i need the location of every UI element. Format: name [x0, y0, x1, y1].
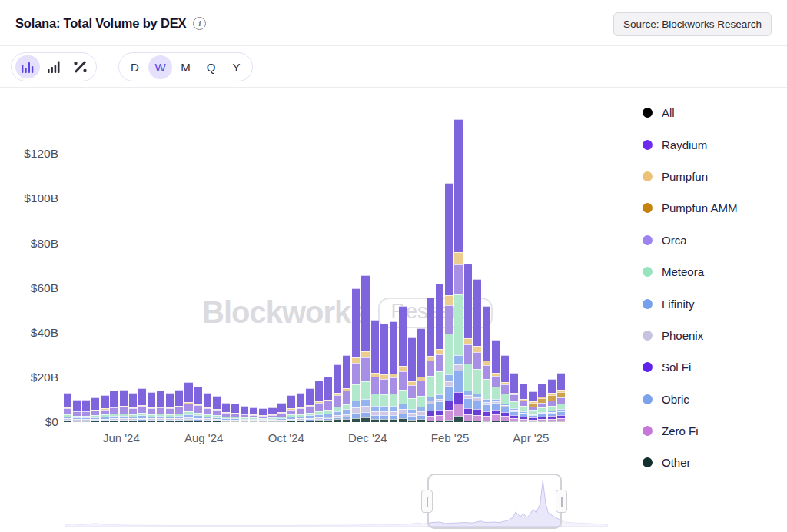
segment-orca — [213, 410, 221, 415]
bar-week-35[interactable] — [380, 324, 388, 422]
segment-obric — [445, 386, 453, 401]
legend-item-obric[interactable]: Obric — [643, 384, 785, 415]
bar-week-10[interactable] — [148, 392, 155, 422]
navigator-right-handle[interactable] — [556, 490, 567, 513]
bar-week-24[interactable] — [277, 403, 285, 422]
segment-other — [445, 420, 453, 422]
legend-item-sol-fi[interactable]: Sol Fi — [643, 351, 785, 383]
column-chart-button[interactable] — [15, 55, 40, 78]
bar-week-8[interactable] — [129, 393, 137, 422]
period-y-button[interactable]: Y — [224, 55, 248, 79]
bar-week-52[interactable] — [538, 384, 546, 422]
bar-week-51[interactable] — [529, 391, 536, 422]
period-m-button[interactable]: M — [174, 55, 198, 79]
legend-label: All — [662, 106, 675, 119]
bar-week-45[interactable] — [473, 279, 481, 422]
legend-item-pumpfun-amm[interactable]: Pumpfun AMM — [643, 192, 785, 224]
segment-lifinity — [390, 406, 397, 411]
segment-lifinity — [454, 355, 462, 364]
bar-week-9[interactable] — [138, 388, 146, 422]
bar-week-6[interactable] — [110, 391, 118, 422]
bar-week-1[interactable] — [64, 393, 71, 422]
legend-divider — [629, 88, 629, 532]
segment-other — [101, 421, 108, 422]
bar-week-4[interactable] — [91, 397, 99, 422]
bar-week-26[interactable] — [297, 393, 304, 422]
bar-week-54[interactable] — [557, 373, 565, 422]
legend-item-other[interactable]: Other — [643, 447, 785, 478]
bar-week-5[interactable] — [101, 395, 108, 422]
bar-week-20[interactable] — [241, 406, 248, 422]
navigator-left-handle[interactable] — [421, 490, 433, 513]
bar-week-22[interactable] — [259, 408, 267, 422]
bar-week-41[interactable] — [436, 284, 443, 422]
legend-item-zero-fi[interactable]: Zero Fi — [643, 415, 785, 447]
bar-week-13[interactable] — [175, 390, 183, 422]
bar-week-16[interactable] — [204, 393, 211, 422]
ascending-columns-chart-button[interactable] — [42, 55, 66, 78]
bar-week-19[interactable] — [231, 404, 239, 422]
segment-orca — [166, 408, 174, 414]
segment-obric — [492, 403, 500, 410]
segment-lifinity — [361, 399, 369, 407]
bar-week-36[interactable] — [390, 321, 397, 422]
bar-week-27[interactable] — [306, 388, 314, 422]
segment-orca — [334, 395, 341, 407]
bar-week-53[interactable] — [548, 379, 556, 422]
bar-week-38[interactable] — [408, 337, 416, 422]
legend-dot — [643, 394, 653, 404]
bar-week-48[interactable] — [501, 355, 509, 422]
bar-week-25[interactable] — [287, 395, 295, 422]
legend-item-meteora[interactable]: Meteora — [643, 256, 785, 288]
bar-week-29[interactable] — [324, 377, 332, 422]
navigator-window[interactable] — [427, 474, 562, 529]
period-q-button[interactable]: Q — [199, 55, 223, 79]
bar-week-39[interactable] — [417, 328, 425, 422]
bar-week-44[interactable] — [464, 264, 472, 422]
bar-week-42[interactable] — [445, 183, 453, 422]
bar-week-43[interactable] — [454, 119, 462, 423]
legend-item-all[interactable]: All — [643, 97, 785, 128]
segment-raydium — [110, 391, 118, 406]
bar-week-33[interactable] — [361, 275, 369, 422]
period-d-button[interactable]: D — [123, 55, 147, 79]
legend-item-lifinity[interactable]: Lifinity — [643, 288, 785, 319]
segment-other — [231, 421, 239, 422]
bar-week-2[interactable] — [73, 400, 81, 422]
bar-week-3[interactable] — [82, 400, 90, 422]
segment-raydium — [91, 397, 99, 410]
legend-item-raydium[interactable]: Raydium — [643, 128, 785, 160]
source-button[interactable]: Source: Blockworks Research — [613, 12, 772, 36]
bar-week-37[interactable] — [399, 306, 407, 422]
period-w-button[interactable]: W — [148, 55, 172, 79]
bar-week-12[interactable] — [166, 393, 174, 422]
bar-week-23[interactable] — [268, 407, 276, 422]
bar-week-17[interactable] — [213, 396, 221, 422]
bar-week-46[interactable] — [483, 306, 490, 422]
bar-week-32[interactable] — [352, 288, 360, 422]
bar-week-30[interactable] — [334, 364, 341, 422]
segment-meteora — [408, 398, 416, 408]
segment-other — [483, 421, 490, 422]
bar-week-21[interactable] — [250, 407, 257, 422]
bar-week-18[interactable] — [222, 403, 230, 422]
bar-week-15[interactable] — [194, 387, 201, 422]
bar-week-49[interactable] — [510, 373, 518, 422]
legend-dot — [643, 235, 653, 245]
bar-week-47[interactable] — [492, 340, 500, 422]
legend-item-phoenix[interactable]: Phoenix — [643, 320, 785, 351]
legend-item-pumpfun[interactable]: Pumpfun — [643, 161, 785, 192]
legend-item-orca[interactable]: Orca — [643, 224, 785, 256]
bar-week-50[interactable] — [520, 384, 527, 422]
bar-week-14[interactable] — [184, 382, 192, 422]
segment-raydium — [548, 379, 556, 393]
bar-week-34[interactable] — [371, 320, 379, 422]
info-icon[interactable]: i — [193, 17, 206, 30]
bar-week-40[interactable] — [427, 298, 434, 422]
bar-week-11[interactable] — [157, 391, 164, 422]
bar-week-7[interactable] — [120, 390, 128, 422]
bar-week-28[interactable] — [315, 381, 323, 422]
percent-change-chart-button[interactable] — [68, 55, 92, 78]
segment-other — [557, 421, 565, 422]
bar-week-31[interactable] — [343, 355, 350, 422]
